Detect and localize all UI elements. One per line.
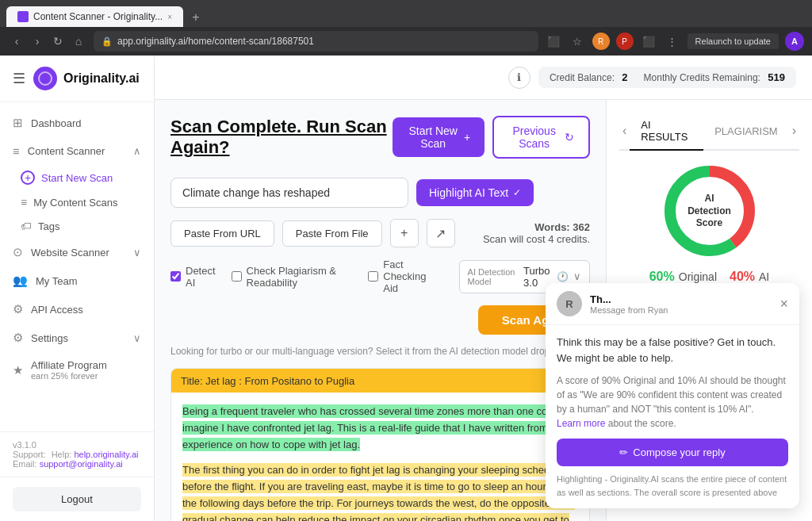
compose-reply-button[interactable]: ✏ Compose your reply [557, 439, 788, 466]
paste-url-button[interactable]: Paste From URL [170, 220, 274, 247]
app-logo: Originality.ai [33, 67, 140, 90]
monthly-credits-value: 519 [768, 71, 785, 83]
add-button[interactable]: + [390, 219, 419, 247]
sidebar-item-affiliate[interactable]: ★ Affiliate Program earn 25% forever [0, 352, 154, 388]
team-icon: 👥 [13, 274, 28, 288]
model-chevron-icon: ∨ [573, 270, 581, 282]
sidebar-label-start-new-scan: Start New Scan [41, 172, 113, 184]
chat-header: R Th... Message from Ryan × [546, 283, 799, 325]
chevron-up-icon: ∧ [133, 145, 141, 157]
browser-tabs: Content Scanner - Originality... × + [0, 0, 812, 27]
more-icon[interactable]: ⋮ [664, 33, 681, 50]
relaunch-button[interactable]: Relaunch to update [688, 33, 779, 49]
new-tab-button[interactable]: + [186, 8, 205, 27]
sidebar-item-content-scanner[interactable]: ≡ Content Scanner ∧ [0, 137, 154, 165]
scan-input-row: Highlight AI Text ✓ [170, 178, 590, 208]
paste-file-button[interactable]: Paste From File [282, 220, 382, 247]
list-icon: ≡ [21, 196, 27, 209]
credit-balance-item: Credit Balance: 2 [550, 71, 628, 83]
submenu-content-scanner: + Start New Scan ≡ My Content Scans 🏷 Ta… [0, 165, 154, 238]
chat-avatar: R [557, 291, 582, 316]
highlight-ai-text-button[interactable]: Highlight AI Text ✓ [416, 179, 534, 206]
hamburger-menu[interactable]: ☰ [13, 70, 25, 87]
learn-more-suffix: about the score. [608, 418, 676, 429]
words-info: Words: 362 Scan will cost 4 credits. [483, 221, 590, 245]
back-button[interactable]: ‹ [8, 33, 25, 50]
home-button[interactable]: ⌂ [70, 33, 87, 50]
forward-button[interactable]: › [29, 33, 46, 50]
header-actions: Start New Scan + Previous Scans ↻ [393, 116, 590, 159]
previous-scans-button[interactable]: Previous Scans ↻ [492, 116, 590, 159]
results-tabs: ‹ AI RESULTS PLAGIARISM › [619, 113, 799, 151]
sidebar-logo-area: ☰ Originality.ai [0, 56, 154, 102]
score-original-label: Original [679, 270, 717, 283]
checkmark-icon: ✓ [513, 187, 521, 198]
highlighted-text-1: Being a frequent traveler who has crosse… [182, 404, 565, 451]
share-button[interactable]: ↗ [427, 219, 455, 247]
sidebar-footer: Logout [0, 477, 154, 521]
plagiarism-checkbox[interactable]: Check Plagiarism & Readability [232, 265, 353, 289]
donut-label-line2: Score [686, 217, 733, 230]
logout-button[interactable]: Logout [13, 487, 141, 511]
content-box-header: Title: Jet lag : From Positano to Puglia… [171, 369, 589, 393]
browser-chrome: Content Scanner - Originality... × + ‹ ›… [0, 0, 812, 56]
chat-body: Think this may be a false positive? Get … [546, 325, 799, 508]
monthly-credits-item: Monthly Credits Remaining: 519 [644, 71, 785, 83]
sidebar-item-tags[interactable]: 🏷 Tags [8, 214, 154, 238]
tab-prev-arrow[interactable]: ‹ [619, 121, 630, 141]
sidebar-item-settings[interactable]: ⚙ Settings ∨ [0, 324, 154, 352]
detect-ai-label: Detect AI [186, 265, 216, 289]
active-tab[interactable]: Content Scanner - Originality... × [6, 6, 183, 27]
browser-toolbar: ‹ › ↻ ⌂ 🔒 app.originality.ai/home/conten… [0, 27, 812, 56]
sidebar-item-start-new-scan[interactable]: + Start New Scan [8, 165, 154, 190]
learn-more-link[interactable]: Learn more [557, 418, 605, 429]
extensions-icon[interactable]: ⬛ [640, 33, 657, 50]
tab-title: Content Scanner - Originality... [33, 11, 163, 22]
chat-bubble: R Th... Message from Ryan × Think this m… [546, 283, 799, 508]
chat-close-button[interactable]: × [779, 296, 788, 312]
sidebar: ☰ Originality.ai ⊞ Dashboard ≡ Content S… [0, 56, 155, 521]
version-text: v3.1.0 [13, 440, 36, 450]
donut-container: AI Detection Score [619, 163, 799, 259]
tab-close-icon[interactable]: × [167, 13, 172, 21]
fact-checking-checkbox[interactable]: Fact Checking Aid [368, 259, 442, 294]
profile-icon1[interactable]: R [592, 33, 610, 50]
tab-plagiarism[interactable]: PLAGIARISM [703, 119, 788, 145]
reload-button[interactable]: ↻ [49, 33, 67, 50]
turbo-note: Looking for turbo or our multi-language … [170, 346, 590, 357]
highlight-label: Highlight AI Text [429, 186, 508, 199]
detect-ai-input[interactable] [170, 271, 181, 282]
history-icon: ↻ [565, 131, 574, 144]
score-ai-value: 40% [730, 270, 755, 284]
address-bar[interactable]: 🔒 app.originality.ai/home/content-scan/1… [94, 31, 538, 52]
user-avatar: A [785, 32, 804, 51]
cast-icon[interactable]: ⬛ [545, 33, 562, 50]
tab-next-arrow[interactable]: › [789, 121, 799, 141]
scan-text-input[interactable] [170, 178, 408, 208]
brand-name: Originality.ai [63, 71, 140, 86]
sidebar-item-api-access[interactable]: ⚙ API Access [0, 295, 154, 324]
support-label: Support: [13, 450, 46, 459]
sidebar-item-my-content-scans[interactable]: ≡ My Content Scans [8, 190, 154, 214]
content-scanner-icon: ≡ [13, 144, 20, 158]
support-email-link[interactable]: support@originality.ai [40, 459, 123, 469]
sidebar-label-content-scanner: Content Scanner [28, 145, 105, 157]
fact-checking-input[interactable] [368, 271, 378, 282]
score-ai: 40% AI [730, 270, 769, 284]
start-new-scan-button[interactable]: Start New Scan + [393, 117, 485, 157]
score-note: A score of 90% Original and 10% AI shoul… [557, 375, 786, 415]
sidebar-item-website-scanner[interactable]: ⊙ Website Scanner ∨ [0, 238, 154, 266]
help-link[interactable]: help.originality.ai [74, 450, 138, 459]
profile-icon2[interactable]: P [616, 33, 634, 50]
info-button[interactable]: ℹ [508, 67, 530, 89]
bookmark-icon[interactable]: ☆ [569, 33, 586, 50]
logo-inner [38, 71, 52, 86]
content-title: Title: Jet lag : From Positano to Puglia [181, 375, 354, 387]
sidebar-item-dashboard[interactable]: ⊞ Dashboard [0, 109, 154, 137]
plagiarism-input[interactable] [232, 271, 242, 282]
detect-ai-checkbox[interactable]: Detect AI [170, 265, 216, 289]
sidebar-item-my-team[interactable]: 👥 My Team [0, 266, 154, 295]
affiliate-icon: ★ [13, 363, 23, 377]
logo-icon [33, 67, 57, 90]
tab-ai-results[interactable]: AI RESULTS [630, 113, 703, 151]
